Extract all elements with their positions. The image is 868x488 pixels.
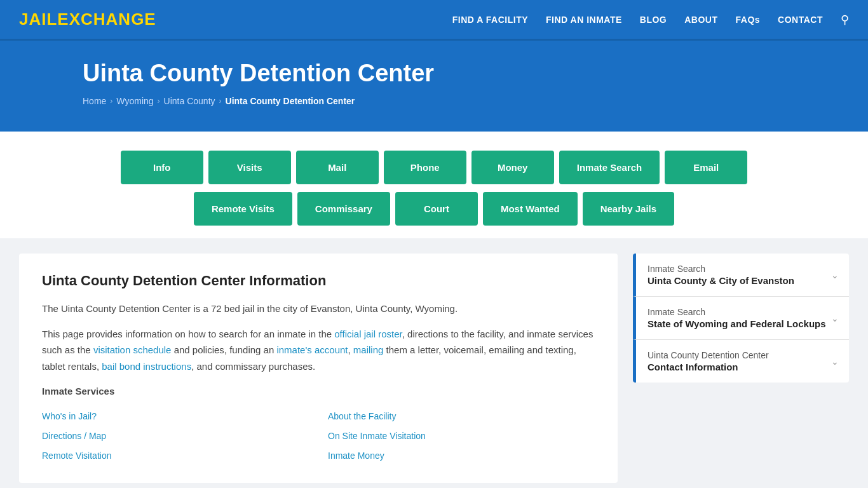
service-onsite-visitation[interactable]: On Site Inmate Visitation [328,428,595,444]
tab-remote-visits[interactable]: Remote Visits [194,192,292,226]
hero-section: Uinta County Detention Center Home › Wyo… [0,41,868,132]
sidebar-item-1[interactable]: Inmate Search Uinta County & City of Eva… [633,254,849,297]
sidebar-item-3[interactable]: Uinta County Detention Center Contact In… [633,340,849,383]
link-visitation-schedule[interactable]: visitation schedule [93,344,172,355]
content-paragraph1: The Uinta County Detention Center is a 7… [42,301,595,317]
service-whos-in-jail[interactable]: Who's in Jail? [42,409,309,424]
sidebar-item-3-label: Uinta County Detention Center [648,350,769,360]
search-icon-button[interactable]: ⚲ [841,13,849,27]
service-about-facility[interactable]: About the Facility [328,409,595,424]
service-remote-visitation[interactable]: Remote Visitation [42,448,309,464]
sidebar-item-3-text: Uinta County Detention Center Contact In… [648,350,769,372]
link-mailing[interactable]: mailing [353,344,384,355]
breadcrumb-chevron-1: › [110,97,112,105]
services-grid: Who's in Jail? About the Facility Direct… [42,409,595,464]
sidebar-item-1-value: Uinta County & City of Evanston [648,275,794,286]
nav-about[interactable]: ABOUT [684,15,717,25]
logo-part1: JAIL [19,10,57,29]
nav-faqs[interactable]: FAQs [736,15,761,25]
main-content: Uinta County Detention Center Informatio… [0,238,868,488]
breadcrumb-current: Uinta County Detention Center [226,96,355,106]
tab-phone[interactable]: Phone [384,151,466,184]
tab-commissary[interactable]: Commissary [297,192,390,226]
sidebar-item-2-label: Inmate Search [648,307,826,317]
tab-nearby-jails[interactable]: Nearby Jails [583,192,674,226]
content-paragraph2: This page provides information on how to… [42,326,595,375]
chevron-down-icon-2: ⌄ [831,313,839,323]
tab-money[interactable]: Money [471,151,554,184]
service-directions[interactable]: Directions / Map [42,428,309,444]
breadcrumb-chevron-3: › [219,97,222,105]
chevron-down-icon-3: ⌄ [831,356,839,367]
nav-find-inmate[interactable]: FIND AN INMATE [546,15,622,25]
content-heading: Uinta County Detention Center Informatio… [42,273,595,289]
sidebar-item-3-value: Contact Information [648,362,769,372]
logo-part2-highlight: EXCHANGE [57,10,156,29]
breadcrumb-wyoming[interactable]: Wyoming [116,96,153,106]
breadcrumb: Home › Wyoming › Uinta County › Uinta Co… [83,96,849,106]
main-nav: FIND A FACILITY FIND AN INMATE BLOG ABOU… [452,13,849,27]
nav-find-facility[interactable]: FIND A FACILITY [452,15,528,25]
nav-contact[interactable]: CONTACT [778,15,823,25]
tab-most-wanted[interactable]: Most Wanted [483,192,578,226]
tabs-row-2: Remote Visits Commissary Court Most Want… [194,192,674,226]
tabs-row-1: Info Visits Mail Phone Money Inmate Sear… [121,151,748,184]
tab-info[interactable]: Info [121,151,203,184]
logo[interactable]: JAILEXCHANGE [19,10,156,29]
sidebar-item-2[interactable]: Inmate Search State of Wyoming and Feder… [633,297,849,340]
nav-blog[interactable]: BLOG [640,15,667,25]
sidebar-item-1-label: Inmate Search [648,264,794,274]
page-title: Uinta County Detention Center [83,60,849,87]
tab-inmate-search[interactable]: Inmate Search [559,151,660,184]
header: JAILEXCHANGE FIND A FACILITY FIND AN INM… [0,0,868,41]
service-inmate-money[interactable]: Inmate Money [328,448,595,464]
content-left: Uinta County Detention Center Informatio… [19,254,618,483]
sidebar-right: Inmate Search Uinta County & City of Eva… [633,254,849,383]
services-heading: Inmate Services [42,383,595,400]
tab-mail[interactable]: Mail [296,151,379,184]
tab-court[interactable]: Court [395,192,478,226]
link-inmate-account[interactable]: inmate's account [276,344,348,355]
breadcrumb-uinta-county[interactable]: Uinta County [164,96,215,106]
breadcrumb-home[interactable]: Home [83,96,106,106]
tab-email[interactable]: Email [665,151,747,184]
sidebar-item-2-text: Inmate Search State of Wyoming and Feder… [648,307,826,329]
chevron-down-icon-1: ⌄ [831,270,839,280]
link-bail-bond[interactable]: bail bond instructions [102,361,191,372]
tab-visits[interactable]: Visits [208,151,291,184]
breadcrumb-chevron-2: › [158,97,160,105]
sidebar-item-1-text: Inmate Search Uinta County & City of Eva… [648,264,794,286]
link-official-jail-roster[interactable]: official jail roster [334,329,402,339]
tabs-section: Info Visits Mail Phone Money Inmate Sear… [0,132,868,238]
sidebar-item-2-value: State of Wyoming and Federal Lockups [648,318,826,329]
